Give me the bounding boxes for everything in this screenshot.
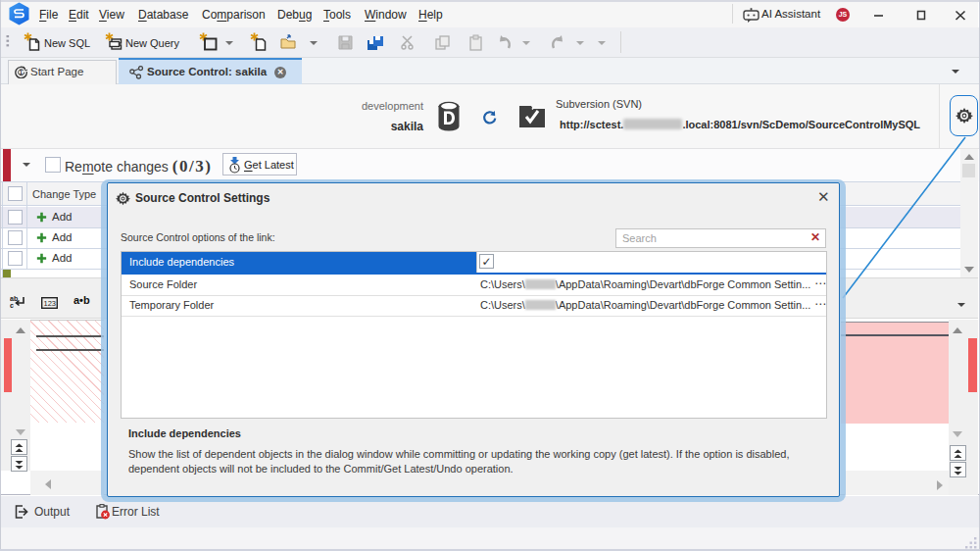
svg-text:ab: ab: [10, 295, 18, 302]
svg-text:c: c: [10, 302, 14, 309]
svg-text:123: 123: [44, 299, 57, 308]
svg-text:1: 1: [20, 69, 24, 75]
